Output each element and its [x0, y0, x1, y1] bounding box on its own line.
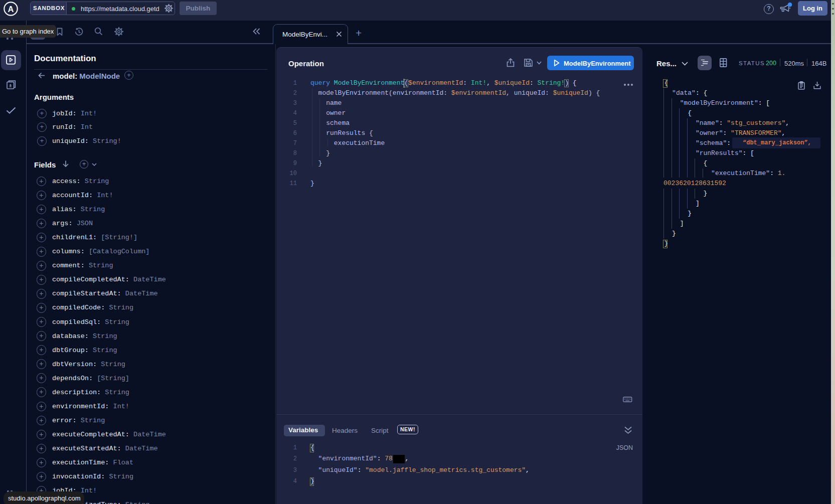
svg-text:A: A: [8, 5, 14, 14]
